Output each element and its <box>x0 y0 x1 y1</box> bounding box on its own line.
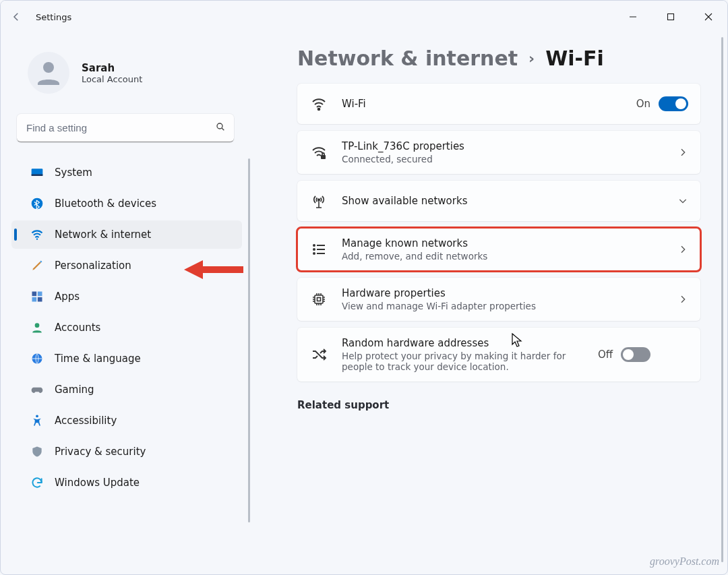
wifi-toggle[interactable] <box>659 96 688 111</box>
breadcrumb: Network & internet › Wi-Fi <box>297 47 700 84</box>
sidebar-item-apps[interactable]: Apps <box>11 282 242 311</box>
card-hardware-properties[interactable]: Hardware properties View and manage Wi-F… <box>297 278 700 321</box>
sidebar: Sarah Local Account System <box>1 33 250 575</box>
wifi-secure-icon <box>309 144 328 160</box>
svg-rect-12 <box>38 292 42 297</box>
sidebar-item-label: Accounts <box>55 322 100 334</box>
wifi-icon <box>30 228 44 241</box>
user-account-type: Local Account <box>82 74 142 84</box>
sidebar-item-label: System <box>55 167 92 179</box>
sidebar-item-label: Personalization <box>55 260 131 272</box>
list-icon <box>309 241 328 258</box>
sidebar-item-label: Bluetooth & devices <box>55 198 156 210</box>
svg-point-22 <box>313 249 315 250</box>
sidebar-item-accounts[interactable]: Accounts <box>11 313 242 342</box>
sidebar-item-gaming[interactable]: Gaming <box>11 375 242 404</box>
sidebar-item-system[interactable]: System <box>11 158 242 187</box>
svg-rect-8 <box>32 175 43 177</box>
card-random-hardware-addresses[interactable]: Random hardware addresses Help protect y… <box>297 328 700 382</box>
user-block[interactable]: Sarah Local Account <box>1 45 250 109</box>
svg-point-23 <box>313 253 315 254</box>
chevron-down-icon <box>677 195 688 206</box>
sidebar-item-time-language[interactable]: Time & language <box>11 344 242 373</box>
sidebar-item-label: Time & language <box>55 353 141 365</box>
shuffle-icon <box>309 346 328 363</box>
chevron-right-icon: › <box>528 50 535 67</box>
system-icon <box>30 166 44 179</box>
sidebar-item-accessibility[interactable]: Accessibility <box>11 406 242 435</box>
svg-point-18 <box>318 109 320 111</box>
card-subtitle: Connected, secured <box>342 154 664 164</box>
annotation-arrow <box>184 258 245 284</box>
window-title: Settings <box>36 12 71 22</box>
wifi-icon <box>309 96 328 112</box>
maximize-button[interactable] <box>652 2 690 32</box>
sidebar-item-windows-update[interactable]: Windows Update <box>11 468 242 497</box>
content-scrollbar[interactable] <box>721 37 723 562</box>
search-box[interactable] <box>17 114 234 142</box>
card-wifi-toggle[interactable]: Wi-Fi On <box>297 84 700 124</box>
paintbrush-icon <box>30 259 44 272</box>
chevron-right-icon <box>677 147 688 158</box>
sidebar-item-label: Privacy & security <box>55 446 146 458</box>
random-mac-toggle[interactable] <box>621 347 650 362</box>
svg-rect-13 <box>32 297 37 302</box>
sidebar-item-privacy[interactable]: Privacy & security <box>11 437 242 466</box>
accessibility-icon <box>30 414 44 427</box>
sidebar-item-label: Accessibility <box>55 415 117 427</box>
content: Network & internet › Wi-Fi Wi-Fi On TP-L… <box>250 33 727 575</box>
svg-point-15 <box>35 323 40 328</box>
svg-point-17 <box>36 415 38 417</box>
sidebar-item-label: Apps <box>55 291 80 303</box>
gamepad-icon <box>30 383 44 396</box>
svg-point-4 <box>43 62 54 73</box>
toggle-state-label: On <box>636 98 650 110</box>
globe-clock-icon <box>30 352 44 365</box>
minimize-button[interactable] <box>614 2 652 32</box>
card-title: Hardware properties <box>342 287 664 299</box>
window-controls <box>614 2 727 32</box>
chevron-right-icon <box>677 244 688 255</box>
breadcrumb-parent[interactable]: Network & internet <box>297 47 518 70</box>
svg-marker-30 <box>184 260 203 279</box>
svg-rect-19 <box>321 155 326 159</box>
card-subtitle: View and manage Wi-Fi adapter properties <box>342 301 664 311</box>
card-title: Manage known networks <box>342 237 664 249</box>
card-network-properties[interactable]: TP-Link_736C properties Connected, secur… <box>297 131 700 174</box>
chevron-right-icon <box>677 294 688 305</box>
titlebar: Settings <box>1 1 727 33</box>
svg-rect-11 <box>32 292 37 297</box>
card-subtitle: Help protect your privacy by making it h… <box>342 351 584 372</box>
close-button[interactable] <box>690 2 727 32</box>
svg-point-5 <box>217 123 222 129</box>
user-name: Sarah <box>82 62 142 74</box>
antenna-icon <box>309 193 328 209</box>
update-icon <box>30 476 44 489</box>
bluetooth-icon <box>30 197 44 210</box>
back-icon[interactable] <box>9 9 24 24</box>
sidebar-item-label: Gaming <box>55 384 94 396</box>
sidebar-item-network[interactable]: Network & internet <box>11 220 242 249</box>
card-title: Wi-Fi <box>342 98 623 110</box>
breadcrumb-current: Wi-Fi <box>545 47 604 70</box>
nav-list: System Bluetooth & devices Network & int… <box>3 158 250 536</box>
svg-rect-27 <box>315 295 323 303</box>
card-show-available-networks[interactable]: Show available networks <box>297 181 700 221</box>
svg-point-21 <box>313 245 315 246</box>
sidebar-item-label: Windows Update <box>55 477 140 489</box>
search-input[interactable] <box>17 114 234 142</box>
card-subtitle: Add, remove, and edit networks <box>342 251 664 262</box>
svg-line-6 <box>222 128 224 130</box>
card-title: Random hardware addresses <box>342 337 584 349</box>
svg-rect-28 <box>317 298 321 301</box>
apps-icon <box>30 290 44 303</box>
related-support-heading: Related support <box>297 399 700 411</box>
sidebar-item-bluetooth[interactable]: Bluetooth & devices <box>11 189 242 218</box>
card-title: TP-Link_736C properties <box>342 140 664 152</box>
svg-rect-1 <box>668 14 674 20</box>
search-icon <box>215 121 226 135</box>
watermark: groovyPost.com <box>650 555 719 568</box>
avatar <box>28 52 69 94</box>
toggle-state-label: Off <box>598 349 613 361</box>
card-manage-known-networks[interactable]: Manage known networks Add, remove, and e… <box>297 228 700 271</box>
